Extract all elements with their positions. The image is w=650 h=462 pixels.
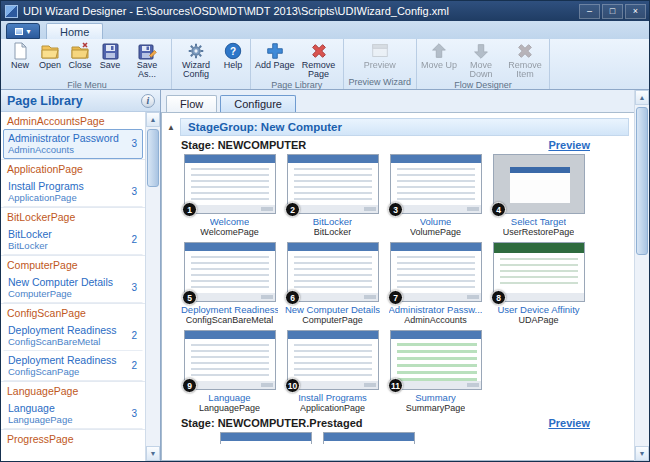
page-thumbnail[interactable]: 4 Select Target UserRestorePage	[490, 154, 587, 237]
sidebar-scroll-thumb[interactable]	[147, 129, 159, 187]
maximize-button[interactable]: □	[602, 4, 623, 19]
page-thumbnail-subtitle: ApplicationPage	[300, 403, 365, 413]
page-thumbnail-title: User Device Affinity	[497, 304, 579, 315]
move-down-button[interactable]: Move Down	[459, 40, 503, 80]
page-thumbnail[interactable]: 10 Install Programs ApplicationPage	[284, 330, 381, 413]
scroll-down-icon[interactable]: ▼	[635, 446, 649, 461]
tab-home[interactable]: Home	[46, 23, 103, 39]
main-scroll-track[interactable]	[635, 105, 649, 446]
page-thumbnail[interactable]: 8 User Device Affinity UDAPage	[490, 242, 587, 325]
page-number-badge: 7	[388, 290, 403, 305]
new-button[interactable]: New	[5, 40, 35, 70]
page-thumbnail-subtitle: ConfigScanBareMetal	[186, 315, 274, 325]
help-icon: ?	[223, 41, 243, 61]
page-thumbnail-image	[184, 154, 276, 214]
page-thumbnail-image	[390, 154, 482, 214]
page-thumbnail[interactable]	[320, 432, 417, 444]
stage-preview-link[interactable]: Preview	[548, 417, 590, 429]
ribbon-group-label: Preview Wizard	[346, 77, 415, 89]
page-thumbnail-title: Deployment Readiness	[181, 304, 278, 315]
page-item-subtitle: BitLocker	[8, 240, 127, 251]
collapse-expander-icon[interactable]: ▲	[166, 123, 176, 132]
page-thumbnail-image	[493, 154, 585, 214]
stage-name: Stage: NEWCOMPUTER	[181, 139, 548, 151]
ribbon-group-preview-wizard: Preview Preview Wizard	[344, 39, 418, 89]
page-library-item[interactable]: BitLocker BitLocker 2	[3, 225, 143, 255]
ribbon-group-tools: Wizard Config ? Help	[172, 39, 251, 89]
page-library-item[interactable]: Deployment Readiness ConfigScanBareMetal…	[3, 321, 143, 351]
page-item-title: Deployment Readiness	[8, 354, 127, 366]
page-thumbnail-title: BitLocker	[313, 216, 353, 227]
page-item-title: Language	[8, 402, 127, 414]
close-file-button[interactable]: Close	[65, 40, 95, 70]
flow-canvas: ▲ StageGroup: New Computer Stage: NEWCOM…	[161, 112, 634, 461]
open-button[interactable]: Open	[35, 40, 65, 70]
tab-configure[interactable]: Configure	[220, 95, 296, 112]
close-folder-icon	[70, 41, 90, 61]
page-thumbnail[interactable]: 6 New Computer Details ComputerPage	[284, 242, 381, 325]
wizard-config-button[interactable]: Wizard Config	[174, 40, 218, 80]
tab-flow[interactable]: Flow	[166, 95, 217, 112]
info-icon[interactable]: i	[141, 94, 155, 108]
main-scroll-thumb[interactable]	[636, 107, 648, 255]
page-thumbnail[interactable]	[217, 432, 314, 444]
page-library-item[interactable]: Administrator Password AdminAccounts 3	[3, 129, 143, 159]
help-button[interactable]: ? Help	[218, 40, 248, 70]
page-thumbnail-image	[220, 432, 312, 444]
page-thumbnail-image	[390, 242, 482, 302]
scroll-up-icon[interactable]: ▲	[146, 112, 160, 127]
page-thumbnail-subtitle: AdminAccounts	[404, 315, 467, 325]
page-library-item[interactable]: Install Programs ApplicationPage 3	[3, 177, 143, 207]
preview-button[interactable]: Preview	[362, 40, 398, 70]
page-library-item[interactable]: Deployment Readiness ConfigScanPage 2	[3, 351, 143, 381]
page-group-header: ComputerPage	[1, 255, 145, 273]
stage-group-header[interactable]: StageGroup: New Computer	[180, 118, 629, 136]
page-thumbnail[interactable]: 2 BitLocker BitLocker	[284, 154, 381, 237]
page-number-badge: 3	[388, 202, 403, 217]
application-menu-button[interactable]: ▾	[6, 23, 40, 39]
page-group-computer: ComputerPage New Computer Details Comput…	[1, 255, 145, 303]
page-group-header: ProgressPage	[1, 429, 145, 447]
page-library-item[interactable]: New Computer Details ComputerPage 3	[3, 273, 143, 303]
page-library-title: Page Library	[7, 94, 141, 108]
main-scrollbar[interactable]: ▲ ▼	[634, 90, 649, 461]
sidebar-scroll-track[interactable]	[146, 127, 160, 446]
page-thumbnail-image	[390, 330, 482, 390]
page-item-subtitle: LanguagePage	[8, 414, 127, 425]
page-thumbnail[interactable]: 11 Summary SummaryPage	[387, 330, 484, 413]
close-button[interactable]: ×	[625, 4, 646, 19]
add-page-button[interactable]: Add Page	[253, 40, 297, 70]
sidebar-scrollbar[interactable]: ▲ ▼	[145, 112, 160, 461]
save-as-button[interactable]: Save As...	[125, 40, 169, 80]
designer-area: Flow Configure ▲ StageGroup: New Compute…	[161, 90, 634, 461]
remove-page-button[interactable]: Remove Page	[297, 40, 341, 80]
page-group-configscan: ConfigScanPage Deployment Readiness Conf…	[1, 303, 145, 381]
page-thumbnail[interactable]: 1 Welcome WelcomePage	[181, 154, 278, 237]
page-thumbnail[interactable]: 7 Administrator Passw... AdminAccounts	[387, 242, 484, 325]
move-down-arrow-icon	[471, 41, 491, 61]
window-title: UDI Wizard Designer - E:\Sources\OSD\MDT…	[23, 5, 574, 17]
page-library-item[interactable]: Language LanguagePage 3	[3, 399, 143, 429]
page-thumbnail-image	[493, 242, 585, 302]
save-button[interactable]: Save	[95, 40, 125, 70]
remove-item-button[interactable]: Remove Item	[503, 40, 547, 80]
move-up-arrow-icon	[429, 41, 449, 61]
window-controls: – □ ×	[579, 4, 646, 19]
page-thumbnail-subtitle: UDAPage	[518, 315, 558, 325]
stage-preview-link[interactable]: Preview	[548, 139, 590, 151]
page-item-title: Install Programs	[8, 180, 127, 192]
ribbon-button-label: Add Page	[255, 61, 295, 70]
page-thumbnail-title: Select Target	[511, 216, 566, 227]
page-thumbnail[interactable]: 9 Language LanguagePage	[181, 330, 278, 413]
minimize-button[interactable]: –	[579, 4, 600, 19]
page-group-language: LanguagePage Language LanguagePage 3	[1, 381, 145, 429]
move-up-button[interactable]: Move Up	[419, 40, 459, 70]
page-thumbnail[interactable]: 3 Volume VolumePage	[387, 154, 484, 237]
svg-text:?: ?	[230, 46, 236, 57]
page-thumbnail-subtitle: VolumePage	[410, 227, 461, 237]
page-thumbnail-image	[287, 330, 379, 390]
scroll-up-icon[interactable]: ▲	[635, 90, 649, 105]
page-thumbnail[interactable]: 5 Deployment Readiness ConfigScanBareMet…	[181, 242, 278, 325]
page-library-header: Page Library i	[1, 90, 160, 112]
scroll-down-icon[interactable]: ▼	[146, 446, 160, 461]
